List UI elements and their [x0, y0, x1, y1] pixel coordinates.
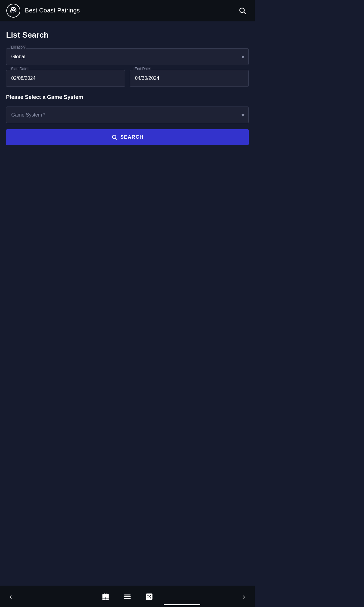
search-button-icon [111, 134, 117, 140]
svg-rect-5 [13, 11, 14, 12]
app-logo: BCP [6, 3, 21, 18]
end-date-label: End Date [133, 67, 151, 71]
start-date-input[interactable] [6, 70, 125, 87]
location-select[interactable]: Global North America Europe Asia [6, 48, 249, 65]
app-title: Best Coast Pairings [25, 7, 80, 14]
location-field-wrapper: Location Global North America Europe Asi… [6, 48, 249, 65]
date-row: Start Date End Date [6, 70, 249, 87]
end-date-wrapper: End Date [130, 70, 249, 87]
search-button[interactable]: SEARCH [6, 129, 249, 145]
svg-line-13 [115, 138, 117, 140]
search-icon [238, 7, 246, 15]
svg-rect-4 [12, 11, 13, 12]
game-system-wrapper: Game System * Warhammer 40K Age of Sigma… [6, 107, 249, 123]
location-label: Location [10, 45, 26, 49]
svg-rect-6 [14, 11, 15, 12]
svg-point-8 [14, 8, 15, 9]
svg-line-11 [244, 12, 246, 14]
main-content: List Search Location Global North Americ… [0, 21, 255, 154]
end-date-input[interactable] [130, 70, 249, 87]
search-button-label: SEARCH [120, 134, 144, 140]
page-title: List Search [6, 30, 249, 40]
svg-point-7 [12, 8, 13, 9]
svg-rect-9 [13, 9, 14, 10]
app-header: BCP Best Coast Pairings [0, 0, 255, 21]
header-left: BCP Best Coast Pairings [6, 3, 80, 18]
game-system-section-title: Please Select a Game System [6, 94, 249, 100]
game-system-select[interactable]: Game System * Warhammer 40K Age of Sigma… [6, 107, 249, 123]
header-search-button[interactable] [236, 4, 249, 17]
start-date-wrapper: Start Date [6, 70, 125, 87]
start-date-label: Start Date [10, 67, 29, 71]
